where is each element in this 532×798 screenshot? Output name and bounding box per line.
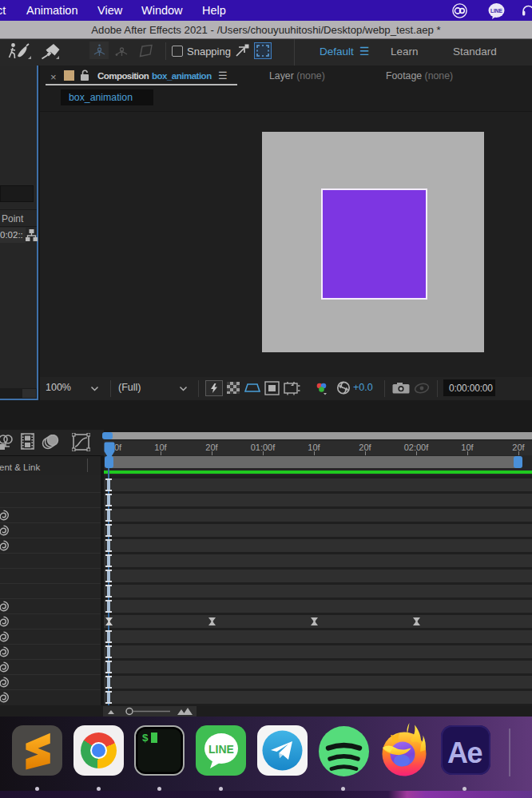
svg-text:LINE: LINE [490, 8, 503, 14]
svg-text:LINE: LINE [208, 743, 234, 756]
